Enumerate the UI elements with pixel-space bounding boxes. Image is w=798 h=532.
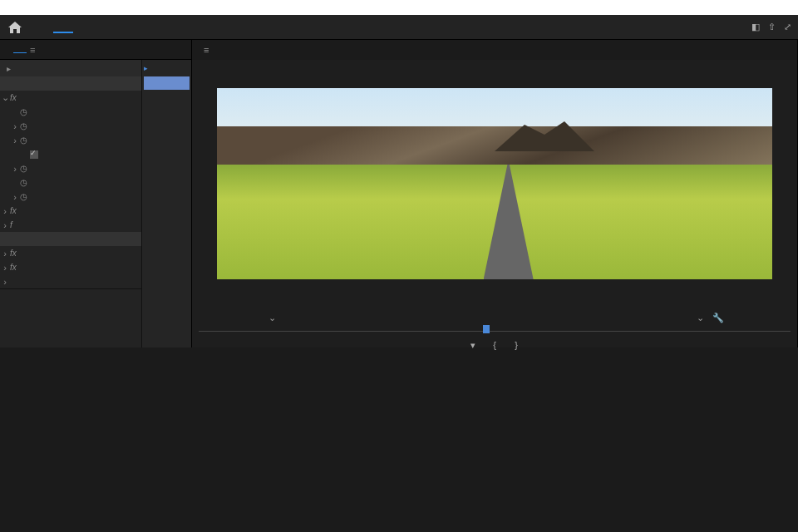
stopwatch-icon[interactable]: ◷	[20, 107, 30, 116]
os-menubar	[0, 0, 798, 15]
mode-export[interactable]	[73, 22, 93, 32]
program-scrubber[interactable]	[199, 328, 791, 336]
ec-clip-bar[interactable]	[144, 76, 190, 90]
panel-menu-icon[interactable]: ≡	[27, 45, 38, 55]
stopwatch-icon[interactable]: ◷	[20, 178, 30, 187]
marker-in-icon[interactable]: ▾	[467, 340, 479, 351]
program-monitor: ≡ ⌄ ⌄🔧 ▾ { }	[191, 40, 798, 347]
stopwatch-icon[interactable]: ◷	[20, 121, 30, 131]
ec-playhead-icon[interactable]: ▸	[144, 64, 148, 72]
mode-edit[interactable]	[53, 22, 73, 33]
home-icon[interactable]	[7, 19, 23, 36]
app-topbar: ◧ ⇧ ⤢	[0, 15, 798, 40]
share-icon[interactable]: ⇧	[768, 22, 776, 32]
playhead-icon[interactable]	[483, 325, 490, 333]
fullscreen-icon[interactable]: ⤢	[784, 22, 791, 32]
ec-mini-timeline[interactable]: ▸	[141, 60, 191, 347]
workspace-icon[interactable]: ◧	[751, 22, 760, 32]
tab-effect-controls[interactable]	[13, 46, 27, 53]
chevron-right-icon[interactable]: ›	[10, 121, 20, 131]
program-viewer[interactable]	[217, 88, 772, 279]
panel-menu-icon[interactable]: ≡	[204, 45, 209, 55]
wrench-icon[interactable]: 🔧	[712, 313, 724, 323]
left-column: ≡ ▸ ▴ ⌄fx↺ ◷↺ ›◷↺ ›◷ ↺ ›◷↺ ◷↺ ›◷↺	[0, 40, 191, 347]
ec-footer-timecode[interactable]	[3, 295, 10, 298]
mark-in-icon[interactable]: {	[489, 340, 500, 350]
chevron-down-icon[interactable]: ⌄	[268, 313, 276, 323]
uniform-scale-checkbox[interactable]	[30, 150, 38, 159]
mode-import[interactable]	[33, 22, 53, 32]
tab-lumetri-scopes[interactable]	[0, 47, 13, 53]
chevron-down-icon[interactable]: ⌄	[0, 92, 10, 103]
stopwatch-icon[interactable]: ◷	[20, 192, 30, 201]
mark-out-icon[interactable]: }	[510, 340, 522, 350]
stopwatch-icon[interactable]: ◷	[20, 164, 30, 173]
chevron-down-icon[interactable]: ⌄	[697, 313, 704, 323]
tab-source[interactable]	[38, 47, 52, 53]
